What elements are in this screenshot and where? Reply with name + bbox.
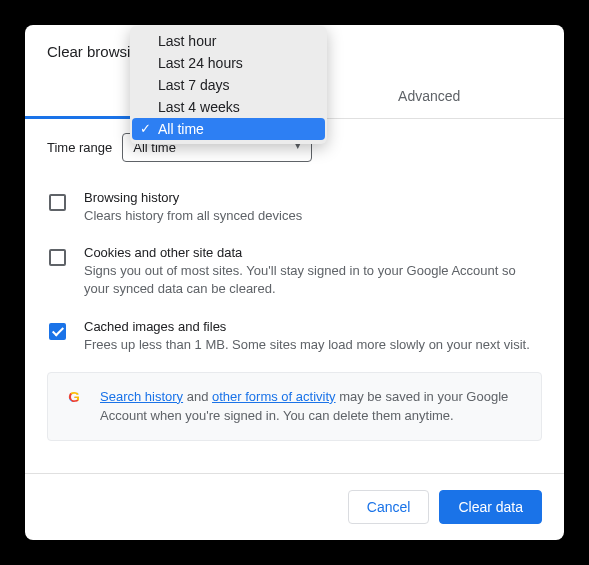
checkbox-browsing-history[interactable] — [49, 194, 66, 211]
dropdown-option-all-time[interactable]: All time — [132, 118, 325, 140]
checkbox-cookies[interactable] — [49, 249, 66, 266]
option-text: Cookies and other site data Signs you ou… — [84, 245, 542, 298]
dialog-content: Time range All time Browsing history Cle… — [25, 119, 564, 473]
option-title: Browsing history — [84, 190, 542, 205]
time-range-dropdown[interactable]: Last hour Last 24 hours Last 7 days Last… — [130, 26, 327, 144]
google-account-info: G Search history and other forms of acti… — [47, 372, 542, 441]
dropdown-option-last-4-weeks[interactable]: Last 4 weeks — [130, 96, 327, 118]
cancel-button[interactable]: Cancel — [348, 490, 430, 524]
option-desc: Frees up less than 1 MB. Some sites may … — [84, 336, 542, 354]
google-logo-icon: G — [64, 387, 84, 407]
info-text: Search history and other forms of activi… — [100, 387, 525, 426]
search-history-link[interactable]: Search history — [100, 389, 183, 404]
option-text: Browsing history Clears history from all… — [84, 190, 542, 225]
clear-data-button[interactable]: Clear data — [439, 490, 542, 524]
dialog-footer: Cancel Clear data — [25, 473, 564, 540]
dropdown-option-last-24-hours[interactable]: Last 24 hours — [130, 52, 327, 74]
option-title: Cookies and other site data — [84, 245, 542, 260]
option-desc: Clears history from all synced devices — [84, 207, 542, 225]
option-cache[interactable]: Cached images and files Frees up less th… — [47, 309, 542, 364]
option-title: Cached images and files — [84, 319, 542, 334]
option-text: Cached images and files Frees up less th… — [84, 319, 542, 354]
option-browsing-history[interactable]: Browsing history Clears history from all… — [47, 180, 542, 235]
checkbox-cache[interactable] — [49, 323, 66, 340]
option-cookies[interactable]: Cookies and other site data Signs you ou… — [47, 235, 542, 308]
time-range-label: Time range — [47, 140, 112, 155]
dropdown-option-last-hour[interactable]: Last hour — [130, 30, 327, 52]
tab-advanced[interactable]: Advanced — [295, 74, 565, 118]
other-activity-link[interactable]: other forms of activity — [212, 389, 336, 404]
option-desc: Signs you out of most sites. You'll stay… — [84, 262, 542, 298]
dropdown-option-last-7-days[interactable]: Last 7 days — [130, 74, 327, 96]
